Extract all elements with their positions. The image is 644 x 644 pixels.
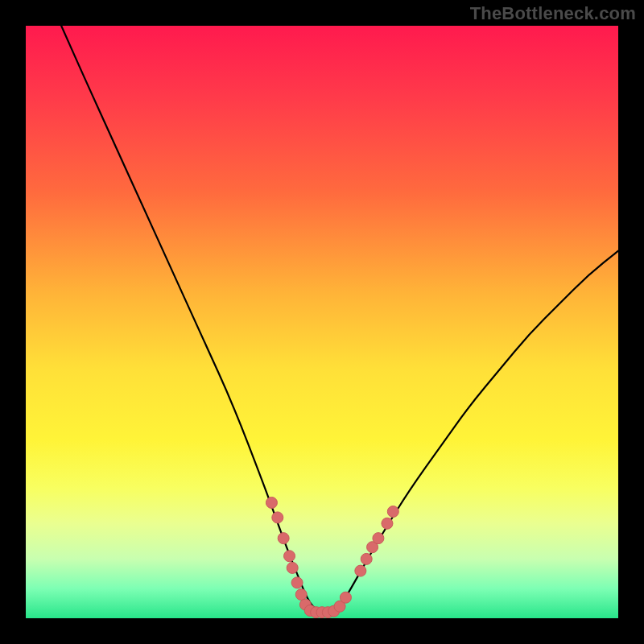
- chart-frame: TheBottleneck.com: [0, 0, 644, 644]
- data-dot: [284, 551, 295, 562]
- data-dot: [272, 512, 283, 523]
- data-dot: [340, 592, 351, 603]
- data-dot: [382, 518, 393, 529]
- data-dot: [291, 577, 303, 588]
- bottleneck-curve: [61, 26, 618, 613]
- data-dot: [295, 589, 307, 601]
- data-dot: [387, 506, 398, 518]
- data-dot: [355, 565, 366, 576]
- data-dot: [278, 533, 289, 544]
- plot-area: [26, 26, 618, 618]
- curve-layer: [26, 26, 618, 618]
- data-dot: [266, 497, 277, 508]
- data-dot: [287, 562, 298, 573]
- data-dot: [373, 533, 384, 544]
- data-dots: [266, 497, 398, 617]
- watermark-text: TheBottleneck.com: [470, 3, 636, 24]
- data-dot: [361, 553, 372, 564]
